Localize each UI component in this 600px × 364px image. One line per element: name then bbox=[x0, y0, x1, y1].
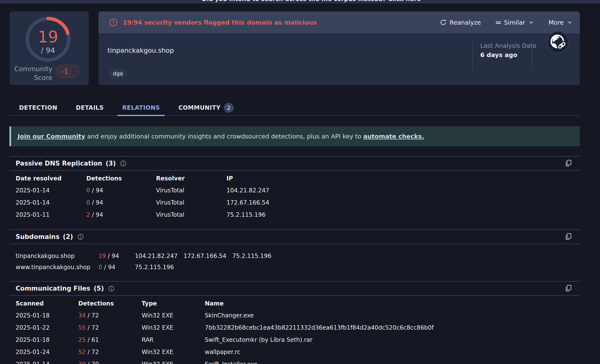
communicating-files-title: Communicating Files bbox=[16, 285, 90, 292]
automate-checks-link[interactable]: automate checks. bbox=[363, 133, 424, 140]
tab-community[interactable]: COMMUNITY 2 bbox=[178, 100, 234, 116]
file-type: Win32 EXE bbox=[142, 346, 205, 358]
detection-score-donut: 19 / 94 bbox=[24, 15, 72, 64]
tab-detection-label: DETECTION bbox=[19, 104, 57, 111]
file-type: Win32 EXE bbox=[142, 358, 205, 364]
last-analysis-label: Last Analysis Date bbox=[480, 42, 537, 49]
scanned-date: 2025-01-22 bbox=[16, 322, 78, 334]
reanalyze-label: Reanalyze bbox=[450, 19, 481, 26]
banner-middle-text: and enjoy additional community insights … bbox=[85, 133, 363, 140]
join-community-link[interactable]: Join our Community bbox=[18, 133, 85, 140]
tab-detection[interactable]: DETECTION bbox=[19, 100, 57, 116]
detections-count: 2 bbox=[86, 211, 90, 218]
alert-exclamation-icon bbox=[109, 18, 118, 27]
table-row: 2025-01-14 0 / 94 VirusTotal 104.21.82.2… bbox=[16, 184, 568, 197]
reanalyze-button[interactable]: Reanalyze bbox=[440, 19, 481, 26]
tab-relations[interactable]: RELATIONS bbox=[122, 100, 160, 116]
header-divider bbox=[10, 244, 580, 244]
subdomains-title: Subdomains bbox=[16, 233, 59, 240]
chevron-down-icon bbox=[528, 19, 534, 26]
search-corpus-suggestion[interactable]: Did you intend to search across the file… bbox=[202, 0, 375, 2]
subdomain-link[interactable]: tinpanckakgou.shop bbox=[16, 253, 98, 259]
detections-total: / 72 bbox=[88, 312, 99, 319]
detections-count: 30 bbox=[78, 361, 86, 364]
table-row: 2025-01-24 52 / 72 Win32 EXE wallpaper.r… bbox=[16, 346, 558, 358]
detections-count: 0 bbox=[86, 187, 90, 194]
score-positives: 19 bbox=[24, 29, 72, 45]
detections-count: 0 bbox=[98, 264, 102, 271]
detections-count: 34 bbox=[78, 312, 86, 319]
detections-total: / 94 bbox=[92, 211, 103, 218]
table-row: 2025-01-14 30 / 70 Win32 EXE Swift_Insta… bbox=[16, 358, 558, 364]
info-icon[interactable] bbox=[120, 160, 126, 167]
ip-link[interactable]: 104.21.82.247 bbox=[226, 184, 568, 197]
similar-button[interactable]: ≈ Similar bbox=[495, 19, 534, 26]
more-label: More bbox=[549, 19, 564, 26]
score-card: 19 / 94 Community Score -1 bbox=[10, 11, 89, 85]
detections-count: 0 bbox=[86, 199, 90, 206]
chevron-down-icon bbox=[567, 19, 573, 26]
subdomains-list: tinpanckakgou.shop 19 / 94 104.21.82.247… bbox=[16, 250, 580, 273]
domain-globe-icon bbox=[547, 31, 569, 54]
date-resolved: 2025-01-14 bbox=[16, 197, 86, 209]
ip-link[interactable]: 104.21.82.247 bbox=[135, 253, 184, 259]
passive-dns-table: Date resolved Detections Resolver IP 202… bbox=[16, 171, 568, 221]
similar-label: Similar bbox=[504, 19, 525, 26]
detections-total: / 94 bbox=[104, 264, 115, 271]
table-row: 2025-01-18 25 / 61 RAR Swift_Executomkr … bbox=[16, 334, 558, 346]
copy-icon[interactable] bbox=[565, 160, 572, 167]
community-count-badge: 2 bbox=[224, 103, 234, 113]
subdomain-link[interactable]: www.tinpanckakgou.shop bbox=[16, 264, 98, 271]
file-name-link[interactable]: Swift_Installer.exe bbox=[205, 358, 558, 364]
scanned-date: 2025-01-24 bbox=[16, 346, 78, 358]
ip-link[interactable]: 75.2.115.196 bbox=[232, 253, 281, 259]
reanalyze-refresh-icon bbox=[440, 19, 447, 26]
detections-total: / 94 bbox=[108, 253, 119, 259]
domain-name[interactable]: tinpanckakgou.shop bbox=[108, 47, 174, 54]
last-analysis-value: 6 days ago bbox=[480, 51, 517, 59]
list-item: www.tinpanckakgou.shop 0 / 94 75.2.115.1… bbox=[16, 262, 580, 273]
malicious-alert-bar: 19/94 security vendors flagged this doma… bbox=[98, 11, 580, 33]
join-community-banner: Join our Community and enjoy additional … bbox=[10, 126, 580, 146]
ip-link[interactable]: 172.67.166.54 bbox=[226, 197, 568, 209]
copy-icon[interactable] bbox=[565, 285, 572, 292]
more-button[interactable]: More bbox=[549, 19, 573, 26]
detections-count: 52 bbox=[78, 349, 86, 355]
tab-details[interactable]: DETAILS bbox=[76, 100, 104, 116]
info-icon[interactable] bbox=[78, 234, 84, 240]
report-tabs: DETECTION DETAILS RELATIONS COMMUNITY 2 bbox=[10, 100, 580, 116]
table-row: 2025-01-14 0 / 94 VirusTotal 172.67.166.… bbox=[16, 197, 568, 209]
detections-total: / 70 bbox=[88, 361, 99, 364]
col-ip: IP bbox=[226, 171, 568, 184]
file-type: Win32 EXE bbox=[142, 309, 205, 322]
file-name-link[interactable]: SkinChanger.exe bbox=[205, 309, 558, 322]
file-name-link[interactable]: wallpaper.rc bbox=[205, 346, 558, 358]
detections-total: / 94 bbox=[92, 199, 103, 206]
col-type: Type bbox=[142, 296, 205, 309]
table-row: 2025-01-11 2 / 94 VirusTotal 75.2.115.19… bbox=[16, 209, 568, 221]
file-name-link[interactable]: 7bb32282b68cebc1ea43b82211332d36ea613fb1… bbox=[205, 322, 558, 334]
copy-icon[interactable] bbox=[565, 233, 572, 240]
scanned-date: 2025-01-18 bbox=[16, 309, 78, 322]
vote-up-icon[interactable] bbox=[72, 68, 76, 71]
detections-count: 25 bbox=[78, 336, 86, 343]
col-name: Name bbox=[205, 296, 558, 309]
detections-count: 19 bbox=[98, 253, 106, 259]
tab-relations-label: RELATIONS bbox=[122, 104, 160, 111]
tag-dga[interactable]: dga bbox=[109, 69, 127, 78]
communicating-files-count: (5) bbox=[94, 285, 104, 292]
info-icon[interactable] bbox=[108, 285, 114, 292]
table-row: 2025-01-18 34 / 72 Win32 EXE SkinChanger… bbox=[16, 309, 558, 322]
score-total: / 94 bbox=[24, 46, 72, 55]
file-name-link[interactable]: Swift_Executomkr (by Libra Seth).rar bbox=[205, 334, 558, 346]
vote-down-icon[interactable] bbox=[72, 72, 76, 75]
ip-link[interactable]: 172.67.166.54 bbox=[184, 253, 232, 259]
resolver: VirusTotal bbox=[156, 209, 226, 221]
passive-dns-count: (3) bbox=[106, 160, 116, 167]
table-row: 2025-01-22 55 / 72 Win32 EXE 7bb32282b68… bbox=[16, 322, 558, 334]
ip-link[interactable]: 75.2.115.196 bbox=[226, 209, 568, 221]
ip-link[interactable]: 75.2.115.196 bbox=[135, 264, 184, 271]
alert-text: 19/94 security vendors flagged this doma… bbox=[123, 19, 317, 26]
detections-total: / 61 bbox=[88, 336, 99, 343]
detections-total: / 94 bbox=[92, 187, 103, 194]
